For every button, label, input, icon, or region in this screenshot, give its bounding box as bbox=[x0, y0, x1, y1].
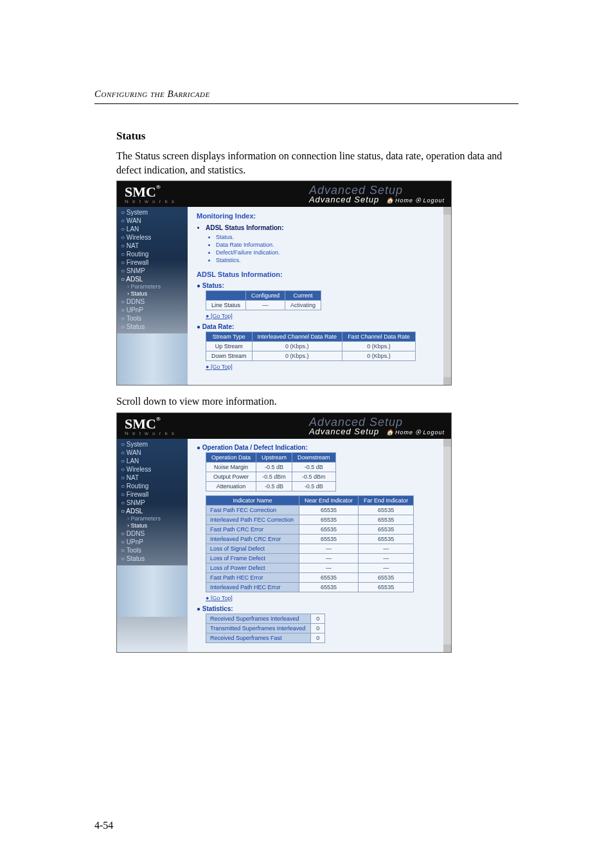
brand-logo-2: SMC® N e t w o r k s bbox=[125, 416, 175, 436]
ind-col-name: Indicator Name bbox=[206, 495, 299, 505]
op-col-name: Operation Data bbox=[206, 452, 256, 462]
sidebar-item-system[interactable]: ○ System bbox=[121, 208, 184, 217]
logout-link[interactable]: Logout bbox=[423, 197, 445, 204]
sidebar: ○ System ○ WAN ○ LAN ○ Wireless ○ NAT ○ … bbox=[117, 207, 188, 385]
header-rule bbox=[94, 103, 519, 104]
sidebar-item-firewall[interactable]: ○ Firewall bbox=[121, 258, 184, 267]
sidebar-item-tools[interactable]: ○ Tools bbox=[121, 314, 184, 323]
sidebar-decoration bbox=[117, 333, 188, 385]
sidebar2-item-system[interactable]: ○ System bbox=[121, 440, 184, 448]
ind-row: Fast Path HEC Error bbox=[206, 572, 299, 582]
status-col-configured: Configured bbox=[246, 291, 285, 301]
op-col-up: Upstream bbox=[256, 452, 292, 462]
op-row-atten: Attenuation bbox=[206, 481, 256, 491]
ind-row: Interleaved Path CRC Error bbox=[206, 534, 299, 544]
sidebar-item-lan[interactable]: ○ LAN bbox=[121, 225, 184, 233]
sidebar-sub-parameters[interactable]: › Parameters bbox=[121, 283, 184, 290]
ind-row: Interleaved Path FEC Correction bbox=[206, 515, 299, 524]
sidebar2-item-routing[interactable]: ○ Routing bbox=[121, 482, 184, 490]
sidebar2-item-ddns[interactable]: ○ DDNS bbox=[121, 529, 184, 538]
sidebar-item-wan[interactable]: ○ WAN bbox=[121, 217, 184, 225]
brand-logo: SMC® N e t w o r k s bbox=[125, 184, 175, 204]
dr-col-interleaved: Interleaved Channel Data Rate bbox=[252, 332, 342, 342]
sidebar2-item-lan[interactable]: ○ LAN bbox=[121, 457, 184, 465]
sidebar2-item-adsl[interactable]: ○ ADSL bbox=[121, 507, 184, 515]
op-col-down: Downstream bbox=[292, 452, 336, 462]
dr-col-fast: Fast Channel Data Rate bbox=[342, 332, 416, 342]
app-topbar: SMC® N e t w o r k s Advanced Setup Adva… bbox=[117, 181, 451, 207]
status-table: Configured Current Line Status — Activat… bbox=[206, 290, 321, 310]
scroll-down-icon-2[interactable] bbox=[443, 644, 451, 652]
ind-row: Interleaved Path HEC Error bbox=[206, 582, 299, 592]
sidebar2-item-upnp[interactable]: ○ UPnP bbox=[121, 538, 184, 546]
status-col-current: Current bbox=[285, 291, 321, 301]
dr-upstream-interleaved: 0 (Kbps.) bbox=[252, 342, 342, 351]
page-number: 4-54 bbox=[94, 820, 519, 831]
scrollbar-2[interactable] bbox=[443, 439, 451, 652]
top-links: 🏠Home ⦿Logout bbox=[386, 197, 445, 204]
adsl-info-list: ADSL Status Information: Status. Data Ra… bbox=[197, 224, 445, 264]
sidebar2-item-status[interactable]: ○ Status bbox=[121, 554, 184, 563]
operation-data-table: Operation Data Upstream Downstream Noise… bbox=[206, 452, 336, 492]
go-top-link-2[interactable]: ● [Go Top] bbox=[206, 364, 445, 370]
data-rate-table: Stream Type Interleaved Channel Data Rat… bbox=[206, 332, 416, 361]
running-header: Configuring the Barricade bbox=[94, 89, 519, 100]
content-pane-2: ● Operation Data / Defect Indication: Op… bbox=[188, 439, 451, 652]
go-top-link-3[interactable]: ● [Go Top] bbox=[206, 595, 445, 601]
ind-row: Loss of Frame Defect bbox=[206, 553, 299, 563]
sidebar-2: ○ System ○ WAN ○ LAN ○ Wireless ○ NAT ○ … bbox=[117, 439, 188, 652]
adsl-info-item-status[interactable]: Status. bbox=[216, 233, 445, 241]
ind-col-near: Near End Indicator bbox=[299, 495, 359, 505]
scrollbar[interactable] bbox=[443, 207, 451, 385]
sidebar-item-snmp[interactable]: ○ SNMP bbox=[121, 267, 184, 275]
home-link-2[interactable]: Home bbox=[395, 429, 413, 436]
sidebar-item-wireless[interactable]: ○ Wireless bbox=[121, 233, 184, 242]
adsl-info-item-datarate[interactable]: Data Rate Information. bbox=[216, 241, 445, 249]
sidebar2-item-snmp[interactable]: ○ SNMP bbox=[121, 499, 184, 507]
dr-downstream-fast: 0 (Kbps.) bbox=[342, 351, 416, 361]
logout-link-2[interactable]: Logout bbox=[423, 429, 445, 436]
sidebar2-item-wan[interactable]: ○ WAN bbox=[121, 448, 184, 457]
sidebar2-item-nat[interactable]: ○ NAT bbox=[121, 474, 184, 482]
section-title: Status bbox=[116, 130, 519, 143]
sidebar-item-routing[interactable]: ○ Routing bbox=[121, 250, 184, 258]
sidebar2-item-firewall[interactable]: ○ Firewall bbox=[121, 490, 184, 499]
adsl-info-item-defect[interactable]: Defect/Failure Indication. bbox=[216, 249, 445, 256]
op-data-lead: ● Operation Data / Defect Indication: bbox=[197, 444, 445, 451]
indicator-table: Indicator Name Near End Indicator Far En… bbox=[206, 495, 414, 592]
ind-row: Fast Path CRC Error bbox=[206, 524, 299, 534]
go-top-link[interactable]: ● [Go Top] bbox=[206, 313, 445, 319]
scroll-note: Scroll down to view more information. bbox=[116, 394, 519, 409]
sidebar2-sub-parameters[interactable]: › Parameters bbox=[121, 515, 184, 522]
stats-row: Received Superframes Fast bbox=[206, 633, 311, 642]
adsl-info-item-stats[interactable]: Statistics. bbox=[216, 256, 445, 264]
ind-row: Loss of Power Defect bbox=[206, 563, 299, 572]
op-row-power: Output Power bbox=[206, 472, 256, 481]
scroll-up-icon[interactable] bbox=[443, 207, 451, 215]
dr-upstream-label: Up Stream bbox=[206, 342, 253, 351]
ind-row: Loss of Signal Defect bbox=[206, 544, 299, 553]
sidebar-item-adsl[interactable]: ○ ADSL bbox=[121, 275, 184, 283]
sidebar2-item-tools[interactable]: ○ Tools bbox=[121, 546, 184, 554]
adsl-info-lead: ADSL Status Information: bbox=[206, 224, 445, 232]
status-row-label: Line Status bbox=[206, 301, 246, 310]
adsl-status-info-heading: ADSL Status Information: bbox=[197, 270, 445, 278]
scroll-down-icon[interactable] bbox=[443, 377, 451, 385]
status-col-empty bbox=[206, 291, 246, 301]
dr-col-type: Stream Type bbox=[206, 332, 253, 342]
sidebar2-sub-status[interactable]: › Status bbox=[121, 522, 184, 529]
sidebar-item-upnp[interactable]: ○ UPnP bbox=[121, 306, 184, 314]
home-link[interactable]: Home bbox=[395, 197, 413, 204]
sidebar2-decoration bbox=[117, 565, 188, 617]
monitoring-index-heading: Monitoring Index: bbox=[197, 212, 445, 220]
sidebar-sub-status[interactable]: › Status bbox=[121, 290, 184, 297]
sidebar-item-ddns[interactable]: ○ DDNS bbox=[121, 297, 184, 306]
sidebar-item-nat[interactable]: ○ NAT bbox=[121, 242, 184, 250]
scroll-up-icon-2[interactable] bbox=[443, 439, 451, 447]
dr-upstream-fast: 0 (Kbps.) bbox=[342, 342, 416, 351]
brand-sub: N e t w o r k s bbox=[125, 199, 175, 204]
op-row-noise: Noise Margin bbox=[206, 462, 256, 472]
sidebar-item-status[interactable]: ○ Status bbox=[121, 323, 184, 331]
status-row-current: Activating bbox=[285, 301, 321, 310]
sidebar2-item-wireless[interactable]: ○ Wireless bbox=[121, 465, 184, 474]
